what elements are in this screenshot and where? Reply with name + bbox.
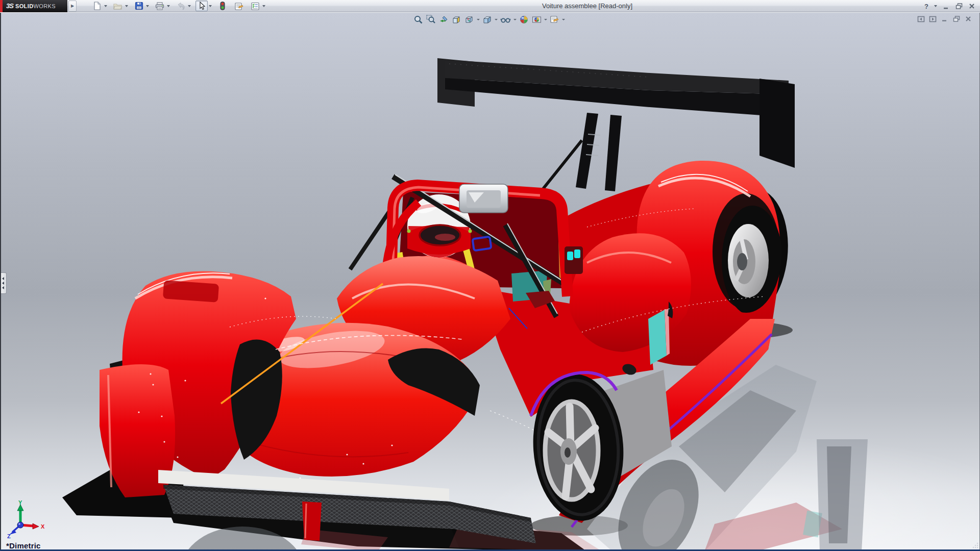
collapse-arrow-icon xyxy=(2,277,4,280)
triad-origin-highlight xyxy=(18,523,20,525)
edit-appearance-button[interactable] xyxy=(518,14,530,25)
select-button[interactable] xyxy=(195,1,208,11)
view-orientation-button[interactable] xyxy=(463,14,475,25)
appearance-ball-icon xyxy=(519,15,529,24)
previous-view-icon xyxy=(439,15,449,24)
side-window[interactable] xyxy=(648,310,667,365)
window-title: Voiture assemblee [Read-only] xyxy=(542,2,632,10)
collapse-arrow-icon xyxy=(2,282,4,285)
minimize-document-icon xyxy=(942,16,948,22)
next-pane-button[interactable] xyxy=(929,15,937,22)
new-document-dropdown[interactable] xyxy=(103,1,108,11)
section-view-button[interactable] xyxy=(451,14,462,25)
print-dropdown[interactable] xyxy=(166,1,170,11)
close-document-button[interactable] xyxy=(964,15,972,22)
svg-text:Z: Z xyxy=(7,533,11,539)
display-style-button[interactable] xyxy=(481,14,493,25)
restore-button[interactable] xyxy=(955,2,963,10)
select-dropdown[interactable] xyxy=(208,1,212,11)
window-controls: ? xyxy=(924,0,976,12)
collapse-arrow-icon xyxy=(2,286,4,289)
triad-y-axis: Y xyxy=(17,500,23,525)
minimize-icon xyxy=(943,3,949,9)
3ds-logo-mark: 3S xyxy=(6,2,13,10)
solidworks-logo: 3S SOLIDWORKS xyxy=(0,0,67,12)
title-bar: 3S SOLIDWORKS ▶ xyxy=(0,0,980,12)
save-icon xyxy=(135,2,143,10)
help-button[interactable]: ? xyxy=(924,3,928,10)
graphics-area[interactable]: Z Y X *Dimetric xyxy=(0,12,980,551)
solidworks-window: 3S SOLIDWORKS ▶ xyxy=(0,0,980,551)
file-properties-button[interactable] xyxy=(233,1,245,11)
logo-name-light: WORKS xyxy=(34,3,56,9)
design-checker-dropdown[interactable] xyxy=(261,1,266,11)
document-window-controls xyxy=(917,15,972,22)
previous-view-button[interactable] xyxy=(438,14,450,25)
section-view-icon xyxy=(452,15,461,24)
open-button[interactable] xyxy=(112,1,124,11)
viewport-border-left xyxy=(0,13,1,551)
triad-x-axis: X xyxy=(20,523,45,530)
cyan-button-panel xyxy=(565,246,583,274)
triad-origin xyxy=(17,522,23,528)
mirror-housing xyxy=(459,184,508,213)
hide-show-items-dropdown[interactable] xyxy=(513,19,517,20)
svg-text:Y: Y xyxy=(18,500,22,506)
minimize-document-button[interactable] xyxy=(941,15,948,22)
eyeglasses-icon xyxy=(500,15,511,24)
display-style-dropdown[interactable] xyxy=(494,19,498,20)
checklist-icon xyxy=(251,2,260,10)
previous-pane-button[interactable] xyxy=(917,15,925,22)
open-folder-icon xyxy=(113,2,122,10)
save-dropdown[interactable] xyxy=(145,1,150,11)
apply-scene-button[interactable] xyxy=(531,14,543,25)
restore-icon xyxy=(955,3,963,9)
headlight-inset xyxy=(163,280,219,302)
rebuild-button[interactable] xyxy=(216,1,229,11)
open-dropdown[interactable] xyxy=(124,1,129,11)
restore-document-button[interactable] xyxy=(952,15,960,22)
rebuild-traffic-light-icon xyxy=(220,2,225,10)
apply-scene-icon xyxy=(532,15,542,24)
new-document-icon xyxy=(93,2,102,10)
undo-icon xyxy=(176,2,185,10)
hide-show-items-button[interactable] xyxy=(499,14,512,25)
zoom-to-area-button[interactable] xyxy=(425,14,437,25)
print-icon xyxy=(155,2,164,10)
view-settings-button[interactable] xyxy=(549,14,560,25)
close-document-icon xyxy=(965,16,971,22)
print-button[interactable] xyxy=(154,1,166,11)
headsup-view-toolbar xyxy=(412,14,566,25)
minimize-button[interactable] xyxy=(942,2,950,10)
help-dropdown[interactable] xyxy=(933,1,938,11)
view-orientation-icon xyxy=(464,15,474,24)
apply-scene-dropdown[interactable] xyxy=(544,19,548,20)
close-icon xyxy=(969,3,975,9)
new-document-button[interactable] xyxy=(91,1,103,11)
menu-expand-button[interactable]: ▶ xyxy=(68,1,77,12)
car-model-canvas[interactable] xyxy=(0,13,980,551)
view-orientation-dropdown[interactable] xyxy=(476,19,480,20)
next-pane-icon xyxy=(929,16,937,22)
view-settings-dropdown[interactable] xyxy=(561,19,566,20)
main-toolbar xyxy=(91,1,270,11)
undo-button[interactable] xyxy=(175,1,187,11)
view-orientation-label: *Dimetric xyxy=(6,541,41,550)
display-style-icon xyxy=(482,15,492,24)
orientation-triad[interactable]: Z Y X xyxy=(3,500,49,539)
note-icon xyxy=(234,2,243,10)
undo-dropdown[interactable] xyxy=(187,1,191,11)
previous-pane-icon xyxy=(917,16,925,22)
svg-text:X: X xyxy=(41,523,45,530)
restore-document-icon xyxy=(953,16,960,22)
design-checker-button[interactable] xyxy=(249,1,261,11)
select-cursor-icon xyxy=(198,2,206,10)
zoom-to-fit-icon xyxy=(413,15,423,24)
logo-name-bold: SOLID xyxy=(15,3,34,9)
resize-grip[interactable] xyxy=(971,542,978,548)
close-button[interactable] xyxy=(968,2,976,10)
save-button[interactable] xyxy=(133,1,145,11)
zoom-to-area-icon xyxy=(426,15,436,24)
view-settings-icon xyxy=(550,15,559,24)
zoom-to-fit-button[interactable] xyxy=(412,14,424,25)
